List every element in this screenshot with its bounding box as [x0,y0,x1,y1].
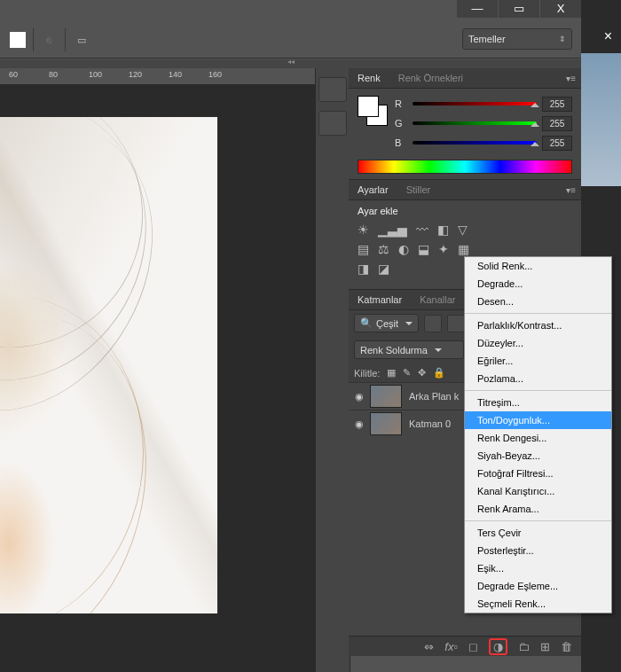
menu-item[interactable]: Seçmeli Renk... [465,595,611,613]
menu-item[interactable]: Renk Dengesi... [465,429,611,447]
layer-filter-kind[interactable]: 🔍 Çeşit [354,314,419,332]
layer-thumbnail[interactable] [370,412,402,435]
lut-icon[interactable]: ▦ [458,243,469,255]
ruler-tick: 80 [49,70,58,79]
menu-item[interactable]: Desen... [465,293,611,310]
filter-adjust-icon[interactable] [447,315,465,332]
layer-filter-label: Çeşit [376,318,398,329]
menu-item[interactable]: Renk Arama... [465,500,611,518]
layers-footer: ⇔ fx▫ ◻ ◑ 🗀 ⊞ 🗑 [349,636,581,656]
channel-slider[interactable] [413,99,537,108]
workspace-label: Temeller [468,34,506,44]
ruler-tick: 120 [129,70,142,79]
tab-styles[interactable]: Stiller [397,180,440,199]
layer-name[interactable]: Arka Plan k [409,391,459,402]
menu-item[interactable]: Ters Çevir [465,524,611,542]
collapsed-panel-button[interactable] [318,77,347,102]
vibrance-icon[interactable]: ▽ [458,223,468,236]
invert-icon[interactable]: ◨ [358,262,369,275]
menu-item[interactable]: Düzeyler... [465,334,611,352]
layer-name[interactable]: Katman 0 [409,418,451,429]
lock-paint-icon[interactable]: ✎ [403,367,411,379]
tab-layers[interactable]: Katmanlar [349,290,411,309]
panel-menu-icon[interactable]: ▾≡ [566,185,576,195]
chevron-updown-icon: ⇕ [559,35,566,43]
menu-item[interactable]: Eşik... [465,559,611,577]
panel-menu-icon[interactable]: ▾≡ [566,74,576,83]
lock-position-icon[interactable]: ✥ [418,367,426,379]
document-area: 60 80 100 120 140 160 [0,68,315,672]
channel-value[interactable]: 255 [542,97,572,112]
menu-item[interactable]: Ton/Doygunluk... [465,411,611,429]
collapsed-panel-button[interactable] [318,111,347,136]
background-image-fragment [581,53,621,186]
window-close-button[interactable]: X [540,0,581,18]
window-titlebar: — ▭ X [0,0,621,22]
lock-all-icon[interactable]: 🔒 [433,367,445,379]
color-balance-icon[interactable]: ⚖ [378,243,389,255]
photo-filter-icon[interactable]: ⬓ [418,243,429,255]
menu-item[interactable]: Degrade Eşleme... [465,577,611,595]
layer-thumbnail[interactable] [370,385,402,408]
menu-item[interactable]: Solid Renk... [465,257,611,275]
menu-item[interactable]: Titreşim... [465,394,611,411]
ruler-horizontal: 60 80 100 120 140 160 [0,68,315,84]
menu-item[interactable]: Degrade... [465,275,611,293]
blend-mode-select[interactable]: Renk Soldurma [354,340,464,359]
menu-item[interactable]: Pozlama... [465,370,611,387]
levels-icon[interactable]: ▁▃▅ [378,223,407,236]
menu-item[interactable]: Kanal Karıştırıcı... [465,482,611,500]
tab-swatches[interactable]: Renk Örnekleri [389,68,472,88]
curves-icon[interactable]: 〰 [416,223,428,236]
bw-icon[interactable]: ◐ [398,243,409,255]
canvas[interactable] [0,117,217,613]
hue-sat-icon[interactable]: ▤ [358,243,369,255]
tab-channels[interactable]: Kanallar [411,290,464,309]
adjustments-title: Ayar ekle [358,206,572,216]
maximize-button[interactable]: ▭ [499,0,539,18]
ruler-tick: 140 [169,70,182,79]
channel-label: G [395,118,407,129]
channel-value[interactable]: 255 [542,136,572,151]
filter-pixel-icon[interactable] [424,315,442,332]
channel-value[interactable]: 255 [542,116,572,131]
menu-item[interactable]: Posterleştir... [465,542,611,559]
hue-ramp[interactable] [358,160,572,174]
new-group-icon[interactable]: 🗀 [518,640,530,653]
toolbar-slot-3[interactable]: ▭ [65,28,97,51]
channel-slider[interactable] [413,138,537,147]
minimize-button[interactable]: — [457,0,498,18]
menu-item[interactable]: Siyah-Beyaz... [465,447,611,465]
channel-mixer-icon[interactable]: ✦ [438,243,449,255]
visibility-toggle-icon[interactable]: ◉ [349,391,370,402]
collapsed-panel-dock [315,68,350,672]
channel-slider[interactable] [413,119,537,128]
workspace-selector[interactable]: Temeller ⇕ [462,28,572,50]
layer-mask-icon[interactable]: ◻ [468,640,478,653]
visibility-toggle-icon[interactable]: ◉ [349,418,370,430]
tab-color[interactable]: Renk [349,68,389,88]
posterize-icon[interactable]: ◪ [378,262,389,275]
tab-adjustments[interactable]: Ayarlar [349,180,397,199]
new-adjustment-layer-button[interactable]: ◑ [489,638,507,655]
menu-item[interactable]: Parlaklık/Kontrast... [465,316,611,334]
menu-item[interactable]: Fotoğraf Filtresi... [465,465,611,482]
exposure-icon[interactable]: ◧ [437,223,449,236]
menu-item[interactable]: Eğriler... [465,352,611,370]
channel-label: R [395,98,407,109]
brightness-contrast-icon[interactable]: ☀ [358,223,369,236]
foreground-background-swatch[interactable] [358,96,388,126]
layer-effects-icon[interactable]: fx▫ [444,640,458,653]
ruler-tick: 60 [9,70,18,79]
new-layer-icon[interactable]: ⊞ [540,640,550,653]
lock-transparent-icon[interactable]: ▦ [387,367,396,379]
blend-mode-label: Renk Soldurma [360,345,428,356]
options-bar: ⎋ ▭ Temeller ⇕ [0,22,581,59]
tool-preset-button[interactable] [2,28,33,51]
ruler-tick: 160 [208,70,222,79]
toolbar-slot-2[interactable]: ⎋ [33,28,65,51]
ruler-tick: 100 [89,70,102,79]
delete-layer-icon[interactable]: 🗑 [561,640,572,653]
link-layers-icon[interactable]: ⇔ [424,640,434,653]
close-icon[interactable]: × [604,28,612,44]
